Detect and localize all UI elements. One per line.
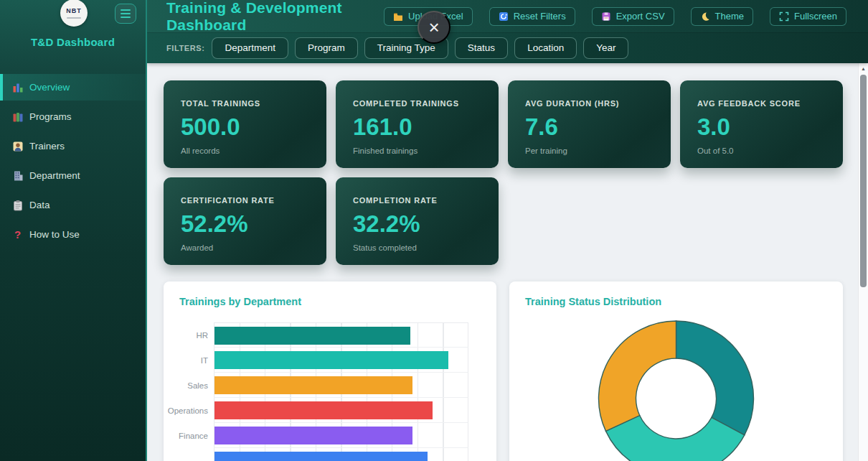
- bar-it[interactable]: [214, 351, 448, 369]
- filter-year[interactable]: Year: [583, 37, 628, 59]
- sidebar-item-label: Trainers: [29, 141, 65, 152]
- kpi-subtext: Awarded: [181, 243, 309, 252]
- close-icon: ×: [428, 18, 439, 37]
- bar-category-label: [164, 448, 214, 461]
- bar-track: [214, 348, 468, 373]
- floppy-disk-icon: [601, 11, 611, 22]
- page-title: Training & Development Dashboard: [166, 0, 384, 34]
- fullscreen-button[interactable]: Fullscreen: [770, 7, 846, 26]
- sidebar-item-programs[interactable]: Programs: [0, 103, 146, 130]
- export-csv-button[interactable]: Export CSV: [592, 7, 674, 26]
- status-donut-chart-card: Training Status Distribution: [509, 281, 843, 461]
- donut-chart: [509, 281, 843, 461]
- filter-program[interactable]: Program: [295, 37, 358, 59]
- donut-slice[interactable]: [676, 321, 754, 435]
- bar-chart-icon: [11, 81, 24, 93]
- kpi-subtext: Per training: [525, 146, 654, 155]
- filter-chips: Department Program Training Type Status …: [212, 37, 628, 59]
- kpi-label: TOTAL TRAININGS: [181, 99, 309, 108]
- kpi-total-trainings: TOTAL TRAININGS 500.0 All records: [164, 80, 326, 168]
- person-icon: [11, 140, 24, 152]
- kpi-avg-feedback: AVG FEEDBACK SCORE 3.0 Out of 5.0: [680, 80, 843, 168]
- sidebar-item-label: Programs: [29, 111, 72, 122]
- filter-status[interactable]: Status: [455, 37, 508, 59]
- bar-track: [214, 373, 468, 398]
- reset-icon: [499, 11, 509, 22]
- theme-button[interactable]: Theme: [691, 7, 753, 26]
- filter-location[interactable]: Location: [514, 37, 577, 59]
- kpi-subtext: Out of 5.0: [697, 146, 826, 155]
- kpi-value: 161.0: [353, 113, 481, 141]
- donut-slice[interactable]: [598, 321, 676, 431]
- vertical-scrollbar[interactable]: ▲: [858, 63, 868, 461]
- building-icon: [11, 169, 24, 182]
- charts-row: Trainings by Department HRITSalesOperati…: [164, 281, 868, 461]
- sidebar-item-label: How to Use: [29, 229, 80, 240]
- bar-unlabeled[interactable]: [214, 452, 428, 461]
- fullscreen-icon: [779, 11, 789, 22]
- bar-track: [214, 423, 468, 448]
- kpi-grid: TOTAL TRAININGS 500.0 All records COMPLE…: [164, 80, 868, 265]
- filter-department[interactable]: Department: [212, 37, 288, 59]
- bar-category-label: IT: [164, 348, 214, 373]
- bar-finance[interactable]: [214, 427, 412, 444]
- brand-title: T&D Dashboard: [0, 36, 146, 48]
- kpi-subtext: Status completed: [353, 243, 481, 252]
- bar-category-label: Operations: [164, 398, 214, 423]
- bar-operations[interactable]: [214, 401, 433, 419]
- kpi-subtext: All records: [181, 146, 309, 155]
- kpi-subtext: Finished trainings: [353, 146, 481, 155]
- bar-hr[interactable]: [214, 327, 410, 345]
- kpi-completion-rate: COMPLETION RATE 32.2% Status completed: [336, 177, 499, 265]
- sidebar-item-label: Overview: [29, 82, 70, 93]
- sidebar-item-label: Department: [29, 170, 80, 181]
- sidebar-item-how-to-use[interactable]: ? How to Use: [0, 221, 146, 248]
- folder-icon: [393, 11, 403, 22]
- sidebar-item-trainers[interactable]: Trainers: [0, 133, 146, 159]
- kpi-value: 52.2%: [181, 210, 309, 238]
- top-bar: Training & Development Dashboard Upload …: [147, 0, 868, 32]
- menu-toggle-button[interactable]: [115, 4, 136, 24]
- kpi-label: AVG FEEDBACK SCORE: [697, 99, 826, 108]
- department-bar-chart-card: Trainings by Department HRITSalesOperati…: [164, 281, 496, 461]
- close-overlay-button[interactable]: ×: [418, 11, 450, 44]
- kpi-value: 7.6: [525, 113, 654, 141]
- clipboard-icon: [11, 199, 24, 211]
- logo-swoosh: [67, 17, 81, 19]
- button-label: Export CSV: [616, 11, 665, 22]
- button-label: Theme: [715, 11, 744, 22]
- kpi-value: 500.0: [181, 113, 309, 141]
- kpi-label: COMPLETED TRAININGS: [353, 99, 481, 108]
- kpi-value: 3.0: [697, 113, 826, 141]
- filters-label: FILTERS:: [166, 44, 204, 52]
- scrollbar-up-arrow[interactable]: ▲: [859, 63, 868, 73]
- moon-icon: [700, 11, 710, 22]
- header-actions: Upload Excel Reset Filters Export CSV Th…: [384, 7, 846, 26]
- kpi-value: 32.2%: [353, 210, 481, 238]
- kpi-avg-duration: AVG DURATION (HRS) 7.6 Per training: [508, 80, 671, 168]
- sidebar: NBT T&D Dashboard Overview Programs Trai…: [0, 0, 147, 461]
- sidebar-header: NBT T&D Dashboard: [0, 0, 146, 63]
- logo-text: NBT: [66, 7, 82, 14]
- bar-track: [214, 398, 468, 423]
- sidebar-item-data[interactable]: Data: [0, 192, 146, 218]
- button-label: Fullscreen: [794, 11, 837, 22]
- app-logo: NBT: [60, 0, 88, 27]
- kpi-label: CERTIFICATION RATE: [181, 196, 309, 205]
- sidebar-item-department[interactable]: Department: [0, 162, 146, 189]
- books-icon: [11, 111, 24, 123]
- bar-category-label: HR: [164, 322, 214, 348]
- filters-bar: FILTERS: Department Program Training Typ…: [147, 32, 868, 63]
- bar-chart: HRITSalesOperationsFinance: [164, 322, 496, 461]
- kpi-certification-rate: CERTIFICATION RATE 52.2% Awarded: [164, 177, 326, 265]
- kpi-label: AVG DURATION (HRS): [525, 99, 654, 108]
- sidebar-nav: Overview Programs Trainers Department Da…: [0, 74, 146, 248]
- sidebar-item-overview[interactable]: Overview: [0, 74, 146, 101]
- sidebar-item-label: Data: [29, 200, 50, 210]
- bar-category-label: Sales: [164, 373, 214, 398]
- scrollbar-thumb[interactable]: [860, 75, 867, 287]
- reset-filters-button[interactable]: Reset Filters: [489, 7, 575, 26]
- bar-sales[interactable]: [214, 376, 412, 394]
- question-icon: ?: [11, 228, 24, 241]
- bar-track: [214, 322, 468, 348]
